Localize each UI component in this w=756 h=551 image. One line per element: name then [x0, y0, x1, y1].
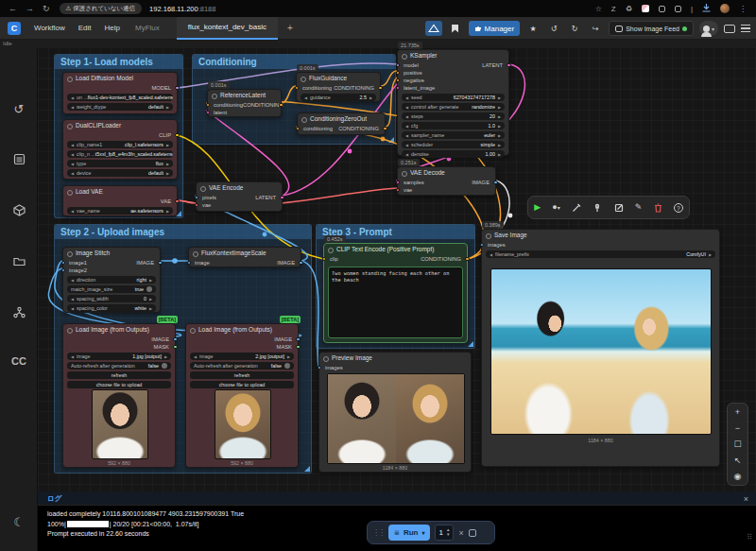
conditioning-output-slot[interactable] — [383, 127, 387, 131]
image-input-slot[interactable] — [187, 261, 192, 266]
unet-name-widget[interactable]: un ...flux1-dev-kontext_fp8_scaled.safet… — [67, 94, 173, 101]
clip-input-slot[interactable] — [322, 257, 327, 262]
type-widget[interactable]: typeflux — [67, 160, 173, 167]
user-menu[interactable]: ▾ — [699, 21, 718, 36]
clip-output-slot[interactable] — [175, 133, 180, 138]
new-tab-button[interactable]: + — [287, 23, 293, 33]
menu-myflux[interactable]: MyFlux — [135, 24, 160, 32]
model-output-slot[interactable] — [175, 86, 180, 91]
mask-output-slot[interactable] — [173, 345, 178, 350]
choose-file-button[interactable]: choose file to upload — [67, 381, 171, 388]
cfg-widget[interactable]: cfg1.0 — [402, 122, 505, 129]
images-input-slot[interactable] — [480, 243, 485, 248]
conditioning-output-slot[interactable] — [279, 103, 284, 108]
shield-icon[interactable] — [659, 6, 665, 12]
browser-avatar[interactable] — [720, 4, 730, 13]
custom-cc-icon[interactable]: CC — [0, 355, 38, 367]
model-input-slot[interactable] — [396, 63, 401, 68]
cancel-run-icon[interactable]: × — [458, 528, 463, 538]
spacing-color-widget[interactable]: spacing_colorwhite — [67, 304, 156, 312]
scheduler-widget[interactable]: schedulersimple — [402, 141, 505, 148]
control-after-generate-widget[interactable]: control after generaterandomize — [402, 103, 505, 111]
node-load-diffusion-model[interactable]: Load Diffusion Model MODEL un ...flux1-d… — [62, 72, 178, 114]
fit-view-icon[interactable]: ☐ — [733, 439, 741, 449]
direction-widget[interactable]: directionright — [67, 276, 156, 284]
queue-graph-button[interactable] — [425, 21, 442, 36]
delete-icon[interactable] — [654, 196, 662, 219]
restart-icon[interactable]: ↻ — [567, 21, 582, 36]
conditioning-output-slot[interactable] — [378, 86, 383, 91]
denoise-widget[interactable]: denoise1.00 — [402, 150, 505, 158]
node-dualcliploader[interactable]: DualCLIPLoader CLIP clip_name1clip_l.saf… — [62, 119, 178, 180]
node-conditioning-zero-out[interactable]: ConditioningZeroOut conditioningCONDITIO… — [297, 112, 386, 135]
vae-name-widget[interactable]: vae_nameae.safetensors — [67, 207, 173, 215]
forward-icon[interactable]: → — [26, 0, 34, 17]
image-output-slot[interactable] — [299, 261, 303, 266]
manager-button[interactable]: Manager — [469, 21, 521, 36]
show-image-feed-button[interactable]: Show Image Feed — [609, 21, 694, 36]
menu-edit[interactable]: Edit — [78, 24, 92, 32]
extensions-icon[interactable] — [675, 6, 681, 12]
weight-dtype-widget[interactable]: weight_dtypedefault — [67, 103, 173, 111]
menu-workflow[interactable]: Workflow — [34, 24, 65, 32]
image-widget[interactable]: image1.jpg [output] — [67, 353, 171, 360]
samples-input-slot[interactable] — [396, 181, 401, 185]
conditioning-input-slot[interactable] — [206, 103, 211, 108]
node-reference-latent[interactable]: 0.001s ReferenceLatent conditioningCONDI… — [207, 89, 282, 117]
auto-refresh-widget[interactable]: Auto-refresh after generationfalse — [67, 362, 171, 370]
pixels-input-slot[interactable] — [195, 196, 199, 200]
star-button[interactable]: ★ — [525, 21, 541, 36]
latent-input-slot[interactable] — [206, 111, 211, 115]
clip-name2-widget[interactable]: clip_n ...t5xxl_fp8_e4m3fn_scaled.safete… — [67, 150, 173, 158]
node-vae-decode[interactable]: 0.251s VAE Decode samplesIMAGE vae — [397, 166, 496, 196]
history-icon[interactable]: ↺ — [0, 102, 38, 116]
group-conditioning-title[interactable]: Conditioning — [193, 55, 395, 69]
decrement-icon[interactable]: ▼ — [446, 533, 450, 538]
guidance-widget[interactable]: guidance2.5 — [301, 94, 376, 101]
log-close-icon[interactable]: × — [744, 492, 748, 507]
pin-icon[interactable] — [593, 196, 602, 219]
share-icon[interactable]: ↪ — [588, 21, 603, 36]
choose-file-button[interactable]: choose file to upload — [190, 381, 294, 388]
zoom-out-icon[interactable]: − — [735, 423, 740, 433]
note-icon[interactable] — [614, 196, 624, 219]
vae-input-slot[interactable] — [195, 203, 199, 208]
model-library-icon[interactable] — [0, 204, 38, 219]
positive-input-slot[interactable] — [396, 71, 401, 76]
node-ksampler[interactable]: 21.735s KSampler modelLATENT positive ne… — [397, 49, 509, 156]
mask-output-slot[interactable] — [296, 345, 301, 350]
group-step2-title[interactable]: Step 2 - Upload images — [55, 225, 311, 239]
bookmark-button[interactable] — [448, 21, 463, 36]
edit-icon[interactable]: ✎ — [635, 196, 643, 219]
steps-widget[interactable]: steps20 — [402, 112, 505, 120]
stop-icon[interactable] — [469, 529, 476, 537]
node-flux-guidance[interactable]: 0.001s FluxGuidance conditioningCONDITIO… — [296, 72, 381, 102]
zoom-in-icon[interactable]: + — [735, 407, 740, 417]
address-bar[interactable]: 192.168.11.200:8188 — [149, 5, 215, 13]
image-widget[interactable]: image2.jpg [output] — [190, 353, 294, 360]
vae-input-slot[interactable] — [396, 188, 401, 193]
image-output-slot[interactable] — [173, 337, 178, 342]
conditioning-input-slot[interactable] — [295, 86, 300, 91]
run-button[interactable]: ≣Run▾ — [388, 525, 430, 541]
image-output-slot[interactable] — [296, 337, 301, 342]
select-mode-icon[interactable]: ↖ — [734, 456, 742, 465]
resize-handle[interactable]: ⠿ — [747, 533, 752, 542]
node-load-image-2[interactable]: [BETA] Load Image (from Outputs) IMAGE M… — [185, 323, 299, 468]
filename-prefix-widget[interactable]: filename_prefixComfyUI — [486, 250, 715, 258]
queue-icon[interactable] — [0, 153, 38, 168]
device-widget[interactable]: devicedefault — [67, 169, 173, 177]
latent-image-input-slot[interactable] — [396, 86, 401, 91]
image-output-slot[interactable] — [493, 181, 498, 185]
latent-output-slot[interactable] — [280, 196, 284, 200]
auto-refresh-widget[interactable]: Auto-refresh after generationfalse — [190, 362, 294, 370]
workflow-tab[interactable]: flux_kontext_dev_basic — [177, 17, 278, 40]
recycle-icon[interactable]: ♻ — [626, 5, 632, 13]
hamburger-menu[interactable] — [741, 25, 750, 33]
needle-icon[interactable] — [572, 196, 581, 219]
latent-output-slot[interactable] — [507, 63, 511, 68]
node-preview-image[interactable]: Preview Image images 1184 × 880 — [318, 352, 472, 473]
pink-extension-icon[interactable] — [642, 5, 649, 12]
match-image-size-widget[interactable]: match_image_sizetrue — [67, 285, 156, 293]
workflows-icon[interactable] — [0, 255, 38, 270]
